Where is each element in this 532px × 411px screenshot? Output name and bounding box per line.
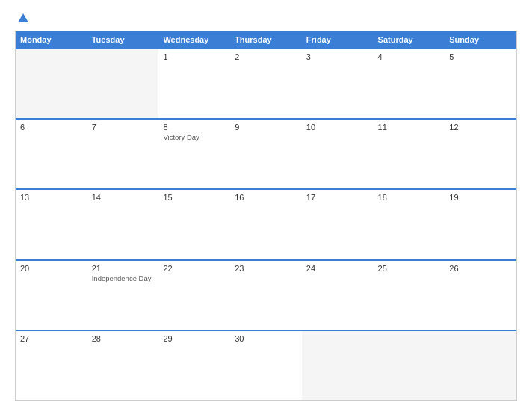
calendar-cell: 20: [16, 261, 87, 330]
calendar-cell: 11: [374, 120, 445, 188]
calendar-cell: [374, 331, 445, 400]
day-number: 20: [20, 264, 83, 273]
calendar-cell: 25: [374, 261, 445, 330]
calendar-cell: 7: [87, 120, 159, 188]
calendar-cell: 21Independence Day: [87, 261, 159, 330]
weekday-header-friday: Friday: [302, 31, 374, 48]
day-number: 6: [20, 123, 83, 132]
day-number: 19: [449, 193, 512, 202]
day-number: 28: [92, 334, 155, 343]
calendar: MondayTuesdayWednesdayThursdayFridaySatu…: [15, 31, 517, 401]
calendar-row-4: 27282930: [16, 330, 516, 400]
calendar-body: 12345678Victory Day910111213141516171819…: [16, 48, 516, 400]
logo: [15, 13, 28, 23]
day-number: 11: [378, 123, 441, 132]
weekday-header-monday: Monday: [16, 31, 87, 48]
calendar-cell: 3: [302, 49, 374, 118]
calendar-cell: [302, 331, 374, 400]
calendar-cell: 24: [302, 261, 374, 330]
calendar-cell: 27: [16, 331, 87, 400]
holiday-label: Victory Day: [163, 133, 226, 141]
calendar-cell: 2: [230, 49, 302, 118]
calendar-cell: 1: [158, 49, 230, 118]
day-number: 22: [163, 264, 226, 273]
calendar-cell: 22: [158, 261, 230, 330]
day-number: 25: [378, 264, 441, 273]
day-number: 5: [449, 52, 512, 61]
calendar-cell: 4: [374, 49, 445, 118]
calendar-cell: 30: [230, 331, 302, 400]
day-number: 14: [92, 193, 155, 202]
day-number: 26: [449, 264, 512, 273]
calendar-cell: 23: [230, 261, 302, 330]
holiday-label: Independence Day: [92, 274, 155, 282]
calendar-cell: 18: [374, 190, 445, 259]
day-number: 12: [449, 123, 512, 132]
day-number: 1: [163, 52, 226, 61]
day-number: 9: [235, 123, 297, 132]
calendar-cell: [16, 49, 87, 118]
day-number: 24: [306, 264, 369, 273]
calendar-cell: 13: [16, 190, 87, 259]
day-number: 16: [235, 193, 297, 202]
weekday-header-sunday: Sunday: [445, 31, 516, 48]
calendar-cell: 9: [230, 120, 302, 188]
calendar-cell: 14: [87, 190, 159, 259]
calendar-cell: 15: [158, 190, 230, 259]
calendar-row-1: 678Victory Day9101112: [16, 118, 516, 188]
calendar-cell: [87, 49, 159, 118]
day-number: 10: [306, 123, 369, 132]
day-number: 29: [163, 334, 226, 343]
day-number: 18: [378, 193, 441, 202]
logo-triangle-icon: [18, 13, 28, 22]
calendar-row-2: 13141516171819: [16, 188, 516, 259]
weekday-header-wednesday: Wednesday: [158, 31, 230, 48]
day-number: 13: [20, 193, 83, 202]
calendar-cell: 28: [87, 331, 159, 400]
day-number: 8: [163, 123, 226, 132]
day-number: 15: [163, 193, 226, 202]
calendar-header: MondayTuesdayWednesdayThursdayFridaySatu…: [16, 31, 516, 48]
day-number: 21: [92, 264, 155, 273]
weekday-header-tuesday: Tuesday: [87, 31, 159, 48]
calendar-cell: 16: [230, 190, 302, 259]
day-number: 30: [235, 334, 297, 343]
day-number: 7: [92, 123, 155, 132]
calendar-row-0: 12345: [16, 48, 516, 118]
day-number: 27: [20, 334, 83, 343]
day-number: 23: [235, 264, 297, 273]
day-number: 3: [306, 52, 369, 61]
header: [15, 13, 517, 23]
calendar-cell: 17: [302, 190, 374, 259]
calendar-cell: 26: [445, 261, 516, 330]
weekday-header-thursday: Thursday: [230, 31, 302, 48]
day-number: 2: [235, 52, 297, 61]
calendar-cell: 29: [158, 331, 230, 400]
page: MondayTuesdayWednesdayThursdayFridaySatu…: [0, 0, 532, 411]
day-number: 4: [378, 52, 441, 61]
calendar-cell: 6: [16, 120, 87, 188]
calendar-cell: 10: [302, 120, 374, 188]
calendar-cell: 12: [445, 120, 516, 188]
calendar-cell: 8Victory Day: [158, 120, 230, 188]
calendar-cell: 5: [445, 49, 516, 118]
calendar-cell: [445, 331, 516, 400]
calendar-cell: 19: [445, 190, 516, 259]
weekday-header-saturday: Saturday: [374, 31, 445, 48]
day-number: 17: [306, 193, 369, 202]
calendar-row-3: 2021Independence Day2223242526: [16, 259, 516, 330]
